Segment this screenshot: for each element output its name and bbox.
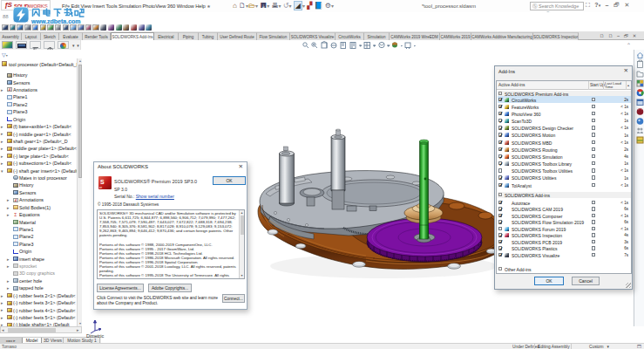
svg-text:www.zdbeta.com: www.zdbeta.com xyxy=(31,18,81,24)
svg-text:Dimetric: Dimetric xyxy=(86,333,104,339)
